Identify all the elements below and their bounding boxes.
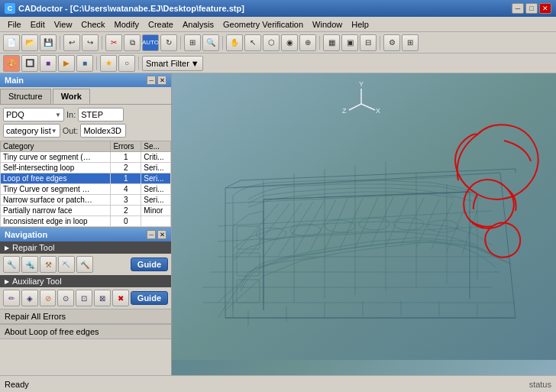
repair-all-button[interactable]: Repair All Errors: [0, 309, 171, 324]
main-panel-title: Main: [5, 76, 24, 85]
error-table: Category Errors Se... Tiny curve or segm…: [0, 141, 171, 227]
zoom-in-button[interactable]: 🔍: [202, 34, 219, 51]
table-row[interactable]: Partially narrow face 2 Minor: [1, 206, 171, 216]
repair-tool-section[interactable]: ▶ Repair Tool: [0, 241, 171, 254]
svg-rect-0: [172, 73, 556, 360]
tab-structure[interactable]: Structure: [0, 89, 51, 104]
menu-create[interactable]: Create: [144, 18, 178, 31]
viewport[interactable]: Y X Z: [172, 73, 556, 375]
color-btn-5[interactable]: ■: [76, 55, 93, 72]
menu-file[interactable]: File: [3, 18, 26, 31]
in-value: STEP: [78, 108, 124, 121]
nav-close-button[interactable]: ✕: [157, 230, 166, 239]
table-row[interactable]: Inconsistent edge in loop 0: [1, 216, 171, 227]
repair-tool-btn-2[interactable]: 🔩: [21, 256, 38, 273]
auto-button[interactable]: AUTO: [142, 34, 159, 51]
cell-severity: Minor: [141, 206, 171, 216]
in-label: In:: [66, 110, 76, 119]
svg-text:X: X: [376, 107, 380, 115]
table-row[interactable]: Tiny curve or segment (… 1 Criti...: [1, 152, 171, 163]
aux-tool-btn-6[interactable]: ⊠: [94, 290, 111, 306]
menu-analysis[interactable]: Analysis: [178, 18, 218, 31]
menu-view[interactable]: View: [50, 18, 77, 31]
menu-check[interactable]: Check: [76, 18, 109, 31]
minimize-button[interactable]: ─: [512, 3, 524, 14]
undo-button[interactable]: ↩: [63, 34, 80, 51]
pan-button[interactable]: ✋: [226, 34, 243, 51]
panel-header-buttons: ─ ✕: [147, 76, 166, 85]
menu-edit[interactable]: Edit: [26, 18, 50, 31]
cell-severity: Criti...: [141, 152, 171, 163]
cell-severity: Seri...: [141, 195, 171, 206]
about-loop-button[interactable]: About Loop of free edges: [0, 324, 171, 339]
main-area: Main ─ ✕ Structure Work PDQ ▼ In: STEP: [0, 73, 556, 375]
table-row[interactable]: Tiny Curve or segment … 4 Seri...: [1, 184, 171, 195]
status-text: Ready: [5, 380, 29, 389]
repair-tool-btn-5[interactable]: 🔨: [76, 256, 93, 273]
filter-btn-2[interactable]: ○: [118, 55, 135, 72]
settings-button[interactable]: ⚙: [383, 34, 400, 51]
repair-guide-button[interactable]: Guide: [131, 258, 168, 271]
auxiliary-tool-section[interactable]: ▶ Auxiliary Tool: [0, 275, 171, 287]
color-btn-2[interactable]: 🔲: [21, 55, 38, 72]
cut-button[interactable]: ✂: [105, 34, 122, 51]
select-button[interactable]: ↖: [244, 34, 261, 51]
menu-window[interactable]: Window: [308, 18, 347, 31]
repair-tool-btn-1[interactable]: 🔧: [3, 256, 20, 273]
tools-button1[interactable]: ⬡: [263, 34, 280, 51]
category-label: category list: [6, 126, 51, 135]
category-dropdown[interactable]: category list ▼: [3, 124, 60, 138]
open-button[interactable]: 📂: [21, 34, 38, 51]
table-row[interactable]: Self-intersecting loop 2 Seri...: [1, 163, 171, 173]
category-row: category list ▼ Out: Moldex3D: [3, 124, 168, 138]
maximize-button[interactable]: □: [525, 3, 538, 14]
table-row[interactable]: Loop of free edges 1 Seri...: [1, 173, 171, 184]
aux-tool-btn-5[interactable]: ⊡: [76, 290, 92, 306]
view2-button[interactable]: ▣: [341, 34, 358, 51]
tab-work[interactable]: Work: [53, 89, 90, 104]
rotate-button[interactable]: ↻: [160, 34, 177, 51]
svg-text:Y: Y: [359, 80, 364, 88]
aux-tool-btn-3[interactable]: ⊘: [40, 290, 57, 306]
cell-category: Partially narrow face: [1, 206, 111, 216]
panel-minimize-button[interactable]: ─: [147, 76, 156, 85]
aux-tool-btn-1[interactable]: ✏: [3, 290, 20, 306]
cell-severity: [141, 216, 171, 227]
filter-btn-1[interactable]: ★: [100, 55, 117, 72]
toolbar-1: 📄 📂 💾 ↩ ↪ ✂ ⧉ AUTO ↻ ⊞ 🔍 ✋ ↖ ⬡ ◉ ⊕ ▦ ▣ ⊟…: [0, 32, 556, 53]
separator-6: [380, 36, 380, 50]
error-table-container: Category Errors Se... Tiny curve or segm…: [0, 141, 171, 227]
menu-modify[interactable]: Modify: [110, 18, 144, 31]
aux-tool-btn-4[interactable]: ⊙: [57, 290, 74, 306]
main-panel-header: Main ─ ✕: [0, 73, 171, 87]
aux-guide-button[interactable]: Guide: [131, 291, 168, 305]
nav-minimize-button[interactable]: ─: [147, 230, 156, 239]
menu-geometry-verification[interactable]: Geometry Verification: [218, 18, 308, 31]
tools-button2[interactable]: ◉: [281, 34, 298, 51]
redo-button[interactable]: ↪: [82, 34, 99, 51]
color-btn-3[interactable]: ■: [40, 55, 57, 72]
tools-button3[interactable]: ⊕: [299, 34, 316, 51]
separator-5: [319, 36, 320, 50]
color-btn-4[interactable]: ▶: [58, 55, 75, 72]
table-row[interactable]: Narrow surface or patch… 3 Seri...: [1, 195, 171, 206]
aux-tool-btn-2[interactable]: ◈: [21, 290, 38, 306]
aux-tool-btn-7[interactable]: ✖: [112, 290, 129, 306]
cell-severity: Seri...: [141, 184, 171, 195]
menu-help[interactable]: Help: [347, 18, 373, 31]
close-button[interactable]: ✕: [539, 3, 551, 14]
out-value: Moldex3D: [80, 124, 126, 138]
save-button[interactable]: 💾: [40, 34, 57, 51]
repair-tool-btn-3[interactable]: ⚒: [40, 256, 57, 273]
pdq-dropdown[interactable]: PDQ ▼: [3, 108, 64, 121]
panel-close-button[interactable]: ✕: [157, 76, 166, 85]
fit-button[interactable]: ⊞: [184, 34, 201, 51]
view1-button[interactable]: ▦: [323, 34, 340, 51]
extra-button[interactable]: ⊞: [402, 34, 419, 51]
smart-filter-dropdown[interactable]: Smart Filter ▼: [142, 56, 203, 71]
new-button[interactable]: 📄: [3, 34, 20, 51]
repair-tool-btn-4[interactable]: ⛏: [58, 256, 75, 273]
copy-button[interactable]: ⧉: [124, 34, 141, 51]
color-btn-1[interactable]: 🎨: [3, 55, 20, 72]
view3-button[interactable]: ⊟: [360, 34, 377, 51]
